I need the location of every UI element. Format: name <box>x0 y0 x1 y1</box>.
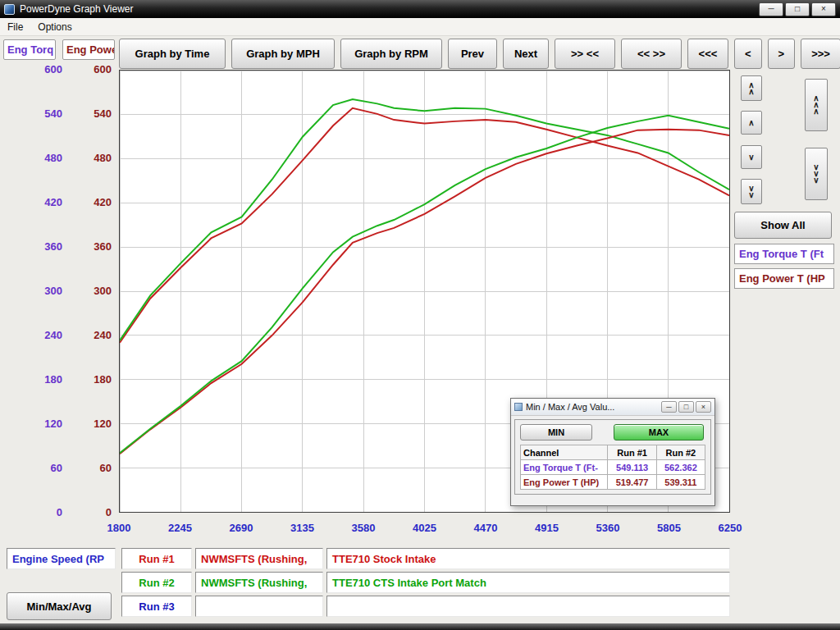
y-tick-label: 360 <box>23 240 62 253</box>
scroll-page-down-button[interactable]: ∨ ∨ ∨ <box>805 148 828 200</box>
minmax-window-title: Min / Max / Avg Valu... <box>526 402 614 412</box>
y-tick-label: 60 <box>72 462 112 474</box>
run-name-2[interactable]: Run #2 <box>121 572 192 593</box>
legend-power[interactable]: Eng Power T (HP <box>734 268 834 289</box>
y-tick-label: 0 <box>72 506 112 518</box>
y-tick-label: 300 <box>72 285 112 297</box>
y-axis-power: 060120180240300360420480540600 <box>72 70 112 513</box>
x-tick-label: 2690 <box>221 522 262 534</box>
x-tick-label: 5805 <box>649 522 690 534</box>
y-tick-label: 120 <box>23 418 62 430</box>
toolbar-button-cursors-out[interactable]: << >> <box>621 39 682 69</box>
chevron-up-icon: ∧ <box>813 108 819 115</box>
window-title: PowerDyne Graph Viewer <box>20 3 134 15</box>
minmax-table-body: Eng Torque T (Ft-549.113562.362Eng Power… <box>521 460 705 490</box>
minmax-channel-cell: Eng Torque T (Ft- <box>521 460 608 475</box>
run-file-1[interactable]: NWMSFTS (Rushing, <box>195 548 323 569</box>
y-axis-torque: 060120180240300360420480540600 <box>23 70 62 513</box>
minmax-run1-value: 549.113 <box>608 460 656 475</box>
y-tick-label: 540 <box>72 107 112 120</box>
toolbar-button-first[interactable]: <<< <box>687 39 728 69</box>
toolbar-button-prev[interactable]: Prev <box>448 39 497 69</box>
minmax-row-2: Eng Power T (HP)519.477539.311 <box>521 475 705 490</box>
minmax-column-header: Channel <box>521 445 608 460</box>
toolbar-button-step-back[interactable]: < <box>734 39 762 69</box>
x-tick-label: 3135 <box>282 522 323 534</box>
toolbar-button-graph-by-mph[interactable]: Graph by MPH <box>231 39 335 69</box>
x-tick-label: 4915 <box>527 522 568 534</box>
chevron-up-icon: ∧ <box>748 89 754 95</box>
scroll-up-button[interactable]: ∧ <box>741 111 762 135</box>
toolbar-button-graph-by-time[interactable]: Graph by Time <box>119 39 226 69</box>
y-tick-label: 0 <box>23 506 62 518</box>
scroll-double-down-button[interactable]: ∨ ∨ <box>741 179 762 204</box>
max-button[interactable]: MAX <box>614 424 704 441</box>
menu-item-file[interactable]: File <box>0 19 30 35</box>
show-all-button[interactable]: Show All <box>734 212 832 239</box>
minmax-minimize-button[interactable]: ─ <box>661 401 677 413</box>
run-name-3[interactable]: Run #3 <box>121 596 192 617</box>
minmax-restore-button[interactable]: □ <box>678 401 694 413</box>
toolbar-button-next[interactable]: Next <box>503 39 549 69</box>
run-description-3[interactable] <box>326 596 730 617</box>
chevron-down-icon: ∨ <box>748 192 754 199</box>
menu-bar: FileOptions <box>0 18 840 36</box>
y-tick-label: 600 <box>23 63 62 75</box>
minimize-button[interactable]: ─ <box>759 2 783 16</box>
toolbar-button-last[interactable]: >>> <box>801 39 840 69</box>
axis-tab-power[interactable]: Eng Powe <box>62 39 115 60</box>
y-tick-label: 120 <box>72 418 112 430</box>
minmax-run2-value: 562.362 <box>656 460 705 475</box>
y-tick-label: 480 <box>72 152 112 164</box>
toolbar-button-graph-by-rpm[interactable]: Graph by RPM <box>340 39 442 69</box>
run-file-3[interactable] <box>195 596 323 617</box>
y-tick-label: 420 <box>23 196 62 208</box>
x-channel-label-box: Engine Speed (RP <box>7 548 116 569</box>
minmax-window: Min / Max / Avg Valu... ─ □ × MIN MAX Ch… <box>510 398 715 506</box>
scroll-page-up-button[interactable]: ∧ ∧ ∧ <box>805 79 828 131</box>
title-bar[interactable]: PowerDyne Graph Viewer ─ □ × <box>0 0 840 18</box>
x-tick-label: 5360 <box>587 522 628 534</box>
x-axis-labels: 1800224526903135358040254470491553605805… <box>119 522 730 536</box>
menu-item-options[interactable]: Options <box>30 19 79 35</box>
x-tick-label: 4025 <box>404 522 445 534</box>
minmax-window-icon <box>514 403 523 411</box>
minmax-channel-cell: Eng Power T (HP) <box>521 475 608 490</box>
chevron-down-icon: ∨ <box>748 154 754 161</box>
x-channel-label: Engine Speed (RP <box>12 553 104 565</box>
minmax-column-header: Run #2 <box>656 445 705 460</box>
x-tick-label: 3580 <box>343 522 384 534</box>
y-tick-label: 240 <box>72 329 112 341</box>
toolbar: Graph by TimeGraph by MPHGraph by RPMPre… <box>119 39 840 69</box>
minmax-run1-value: 519.477 <box>608 475 656 490</box>
axis-tab-torque[interactable]: Eng Torq <box>3 39 56 60</box>
y-tick-label: 480 <box>23 152 62 164</box>
y-tick-label: 180 <box>23 373 62 386</box>
maximize-button[interactable]: □ <box>785 2 810 16</box>
scroll-down-button[interactable]: ∨ <box>741 145 762 169</box>
y-tick-label: 240 <box>23 329 62 341</box>
minmax-body: MIN MAX ChannelRun #1Run #2 Eng Torque T… <box>514 419 711 495</box>
x-tick-label: 4470 <box>465 522 506 534</box>
minmax-close-button[interactable]: × <box>696 401 711 413</box>
run-name-1[interactable]: Run #1 <box>121 548 192 569</box>
toolbar-button-step-forward[interactable]: > <box>768 39 796 69</box>
legend-torque[interactable]: Eng Torque T (Ft <box>734 244 834 264</box>
run-file-2[interactable]: NWMSFTS (Rushing, <box>195 572 323 593</box>
toolbar-button-cursors-in[interactable]: >> << <box>555 39 615 69</box>
minmax-row-1: Eng Torque T (Ft-549.113562.362 <box>521 460 705 475</box>
y-tick-label: 180 <box>72 373 112 386</box>
chevron-down-icon: ∨ <box>813 177 819 184</box>
min-button[interactable]: MIN <box>520 424 592 441</box>
close-button[interactable]: × <box>811 2 836 16</box>
minmax-column-header: Run #1 <box>608 445 656 460</box>
minmax-table: ChannelRun #1Run #2 Eng Torque T (Ft-549… <box>520 445 705 490</box>
x-tick-label: 1800 <box>98 522 139 534</box>
run-description-2[interactable]: TTE710 CTS Intake Port Match <box>326 572 730 593</box>
y-tick-label: 300 <box>23 285 62 297</box>
run-description-1[interactable]: TTE710 Stock Intake <box>326 548 730 569</box>
minmax-run2-value: 539.311 <box>656 475 705 490</box>
minmax-titlebar[interactable]: Min / Max / Avg Valu... ─ □ × <box>511 399 714 416</box>
minmax-avg-button[interactable]: Min/Max/Avg <box>7 592 112 620</box>
scroll-double-up-button[interactable]: ∧ ∧ <box>741 75 762 101</box>
